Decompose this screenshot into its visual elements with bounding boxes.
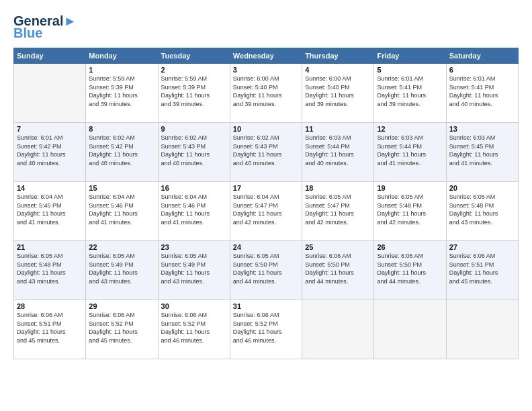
calendar-table: SundayMondayTuesdayWednesdayThursdayFrid… bbox=[13, 48, 519, 359]
day-info: Sunrise: 6:05 AMSunset: 5:49 PMDaylight:… bbox=[161, 252, 227, 285]
calendar-cell: 5Sunrise: 6:01 AMSunset: 5:41 PMDaylight… bbox=[374, 64, 446, 123]
day-number: 1 bbox=[89, 66, 154, 74]
day-info: Sunrise: 6:01 AMSunset: 5:41 PMDaylight:… bbox=[449, 75, 515, 108]
calendar-cell: 17Sunrise: 6:04 AMSunset: 5:47 PMDayligh… bbox=[230, 182, 302, 241]
header: General► Blue bbox=[13, 13, 519, 41]
day-info: Sunrise: 6:03 AMSunset: 5:45 PMDaylight:… bbox=[449, 134, 515, 167]
day-number: 30 bbox=[161, 302, 227, 310]
calendar-cell bbox=[446, 300, 518, 359]
logo: General► Blue bbox=[13, 13, 77, 41]
day-info: Sunrise: 6:05 AMSunset: 5:48 PMDaylight:… bbox=[17, 252, 83, 285]
weekday-tuesday: Tuesday bbox=[158, 48, 230, 64]
weekday-sunday: Sunday bbox=[14, 48, 86, 64]
day-info: Sunrise: 6:06 AMSunset: 5:52 PMDaylight:… bbox=[89, 311, 154, 345]
day-info: Sunrise: 6:04 AMSunset: 5:45 PMDaylight:… bbox=[17, 193, 83, 226]
calendar-cell: 23Sunrise: 6:05 AMSunset: 5:49 PMDayligh… bbox=[158, 241, 230, 300]
day-number: 5 bbox=[377, 66, 443, 74]
day-number: 10 bbox=[233, 125, 299, 133]
weekday-thursday: Thursday bbox=[302, 48, 374, 64]
day-info: Sunrise: 6:05 AMSunset: 5:50 PMDaylight:… bbox=[233, 252, 299, 285]
page: General► Blue SundayMondayTuesdayWednesd… bbox=[0, 0, 532, 411]
day-info: Sunrise: 6:05 AMSunset: 5:49 PMDaylight:… bbox=[89, 252, 154, 285]
day-info: Sunrise: 6:02 AMSunset: 5:42 PMDaylight:… bbox=[89, 134, 154, 167]
calendar-cell: 27Sunrise: 6:06 AMSunset: 5:51 PMDayligh… bbox=[446, 241, 518, 300]
calendar-cell: 28Sunrise: 6:06 AMSunset: 5:51 PMDayligh… bbox=[14, 300, 86, 359]
calendar-cell bbox=[374, 300, 446, 359]
day-info: Sunrise: 6:03 AMSunset: 5:44 PMDaylight:… bbox=[377, 134, 443, 167]
day-info: Sunrise: 6:04 AMSunset: 5:47 PMDaylight:… bbox=[233, 193, 299, 226]
calendar-cell: 11Sunrise: 6:03 AMSunset: 5:44 PMDayligh… bbox=[302, 123, 374, 182]
calendar-cell: 9Sunrise: 6:02 AMSunset: 5:43 PMDaylight… bbox=[158, 123, 230, 182]
day-info: Sunrise: 6:00 AMSunset: 5:40 PMDaylight:… bbox=[305, 75, 371, 108]
day-info: Sunrise: 6:05 AMSunset: 5:48 PMDaylight:… bbox=[377, 193, 443, 226]
calendar-cell: 3Sunrise: 6:00 AMSunset: 5:40 PMDaylight… bbox=[230, 64, 302, 123]
calendar-cell: 12Sunrise: 6:03 AMSunset: 5:44 PMDayligh… bbox=[374, 123, 446, 182]
calendar-cell: 4Sunrise: 6:00 AMSunset: 5:40 PMDaylight… bbox=[302, 64, 374, 123]
day-info: Sunrise: 6:06 AMSunset: 5:51 PMDaylight:… bbox=[17, 311, 83, 345]
calendar-week-4: 21Sunrise: 6:05 AMSunset: 5:48 PMDayligh… bbox=[14, 241, 519, 300]
calendar-cell: 22Sunrise: 6:05 AMSunset: 5:49 PMDayligh… bbox=[86, 241, 158, 300]
calendar-cell: 18Sunrise: 6:05 AMSunset: 5:47 PMDayligh… bbox=[302, 182, 374, 241]
day-number: 20 bbox=[449, 184, 515, 192]
day-number: 21 bbox=[17, 243, 83, 251]
calendar-cell: 15Sunrise: 6:04 AMSunset: 5:46 PMDayligh… bbox=[86, 182, 158, 241]
day-number: 14 bbox=[17, 184, 83, 192]
day-number: 7 bbox=[17, 125, 83, 133]
day-number: 6 bbox=[449, 66, 515, 74]
day-info: Sunrise: 6:00 AMSunset: 5:40 PMDaylight:… bbox=[233, 75, 299, 108]
day-number: 17 bbox=[233, 184, 299, 192]
day-number: 22 bbox=[89, 243, 154, 251]
weekday-header-row: SundayMondayTuesdayWednesdayThursdayFrid… bbox=[14, 48, 519, 64]
logo-blue: Blue bbox=[13, 26, 42, 41]
calendar-cell: 13Sunrise: 6:03 AMSunset: 5:45 PMDayligh… bbox=[446, 123, 518, 182]
day-info: Sunrise: 6:01 AMSunset: 5:42 PMDaylight:… bbox=[17, 134, 83, 167]
weekday-friday: Friday bbox=[374, 48, 446, 64]
day-info: Sunrise: 6:04 AMSunset: 5:46 PMDaylight:… bbox=[161, 193, 227, 226]
day-number: 25 bbox=[305, 243, 371, 251]
weekday-monday: Monday bbox=[86, 48, 158, 64]
calendar-cell: 6Sunrise: 6:01 AMSunset: 5:41 PMDaylight… bbox=[446, 64, 518, 123]
day-number: 16 bbox=[161, 184, 227, 192]
weekday-wednesday: Wednesday bbox=[230, 48, 302, 64]
calendar-cell: 19Sunrise: 6:05 AMSunset: 5:48 PMDayligh… bbox=[374, 182, 446, 241]
day-number: 23 bbox=[161, 243, 227, 251]
day-info: Sunrise: 5:59 AMSunset: 5:39 PMDaylight:… bbox=[161, 75, 227, 108]
day-number: 18 bbox=[305, 184, 371, 192]
day-number: 4 bbox=[305, 66, 371, 74]
calendar-cell: 26Sunrise: 6:06 AMSunset: 5:50 PMDayligh… bbox=[374, 241, 446, 300]
day-number: 27 bbox=[449, 243, 515, 251]
calendar-cell: 29Sunrise: 6:06 AMSunset: 5:52 PMDayligh… bbox=[86, 300, 158, 359]
calendar-week-3: 14Sunrise: 6:04 AMSunset: 5:45 PMDayligh… bbox=[14, 182, 519, 241]
day-number: 13 bbox=[449, 125, 515, 133]
weekday-saturday: Saturday bbox=[446, 48, 518, 64]
calendar-week-1: 1Sunrise: 5:59 AMSunset: 5:39 PMDaylight… bbox=[14, 64, 519, 123]
calendar-cell: 30Sunrise: 6:06 AMSunset: 5:52 PMDayligh… bbox=[158, 300, 230, 359]
calendar-cell: 24Sunrise: 6:05 AMSunset: 5:50 PMDayligh… bbox=[230, 241, 302, 300]
day-info: Sunrise: 6:06 AMSunset: 5:50 PMDaylight:… bbox=[377, 252, 443, 285]
calendar-cell: 25Sunrise: 6:06 AMSunset: 5:50 PMDayligh… bbox=[302, 241, 374, 300]
day-number: 28 bbox=[17, 302, 83, 310]
calendar-cell: 1Sunrise: 5:59 AMSunset: 5:39 PMDaylight… bbox=[86, 64, 158, 123]
calendar-cell: 21Sunrise: 6:05 AMSunset: 5:48 PMDayligh… bbox=[14, 241, 86, 300]
day-number: 26 bbox=[377, 243, 443, 251]
day-number: 2 bbox=[161, 66, 227, 74]
day-info: Sunrise: 6:04 AMSunset: 5:46 PMDaylight:… bbox=[89, 193, 154, 226]
calendar-cell: 2Sunrise: 5:59 AMSunset: 5:39 PMDaylight… bbox=[158, 64, 230, 123]
day-number: 9 bbox=[161, 125, 227, 133]
day-info: Sunrise: 6:06 AMSunset: 5:52 PMDaylight:… bbox=[161, 311, 227, 345]
day-info: Sunrise: 6:02 AMSunset: 5:43 PMDaylight:… bbox=[161, 134, 227, 167]
day-number: 3 bbox=[233, 66, 299, 74]
calendar-week-5: 28Sunrise: 6:06 AMSunset: 5:51 PMDayligh… bbox=[14, 300, 519, 359]
day-number: 11 bbox=[305, 125, 371, 133]
day-info: Sunrise: 6:02 AMSunset: 5:43 PMDaylight:… bbox=[233, 134, 299, 167]
day-info: Sunrise: 6:05 AMSunset: 5:47 PMDaylight:… bbox=[305, 193, 371, 226]
day-info: Sunrise: 5:59 AMSunset: 5:39 PMDaylight:… bbox=[89, 75, 154, 108]
calendar-cell: 7Sunrise: 6:01 AMSunset: 5:42 PMDaylight… bbox=[14, 123, 86, 182]
calendar-cell bbox=[302, 300, 374, 359]
calendar-cell: 16Sunrise: 6:04 AMSunset: 5:46 PMDayligh… bbox=[158, 182, 230, 241]
day-info: Sunrise: 6:03 AMSunset: 5:44 PMDaylight:… bbox=[305, 134, 371, 167]
day-info: Sunrise: 6:06 AMSunset: 5:51 PMDaylight:… bbox=[449, 252, 515, 285]
day-info: Sunrise: 6:06 AMSunset: 5:50 PMDaylight:… bbox=[305, 252, 371, 285]
calendar-cell: 14Sunrise: 6:04 AMSunset: 5:45 PMDayligh… bbox=[14, 182, 86, 241]
calendar-cell: 8Sunrise: 6:02 AMSunset: 5:42 PMDaylight… bbox=[86, 123, 158, 182]
